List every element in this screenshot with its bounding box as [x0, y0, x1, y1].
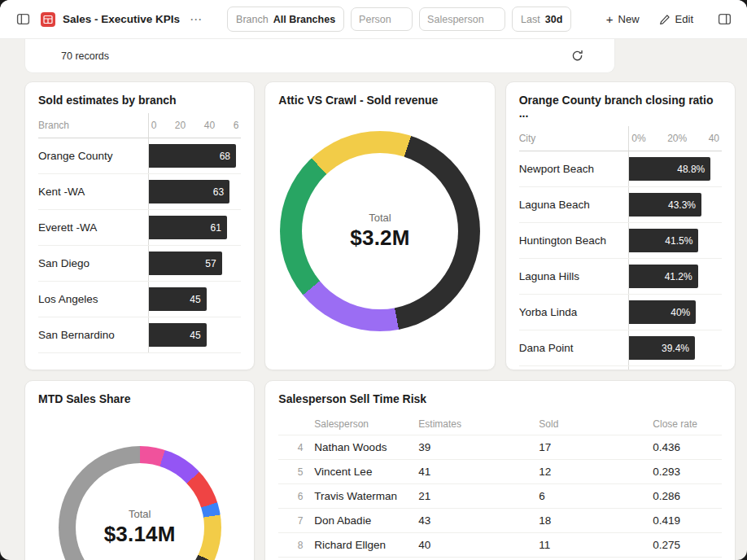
new-button-label: New	[618, 13, 640, 25]
bar-value: 43.3%	[668, 199, 701, 211]
bar: 48.8%	[629, 157, 710, 181]
bar-cell: 41.5%	[628, 223, 722, 258]
sidebar-toggle-button[interactable]	[11, 8, 34, 31]
more-button[interactable]: ⋯	[185, 8, 208, 31]
table-cell: 18	[539, 514, 653, 527]
person-input[interactable]	[351, 7, 413, 31]
bar-row: San Bernardino45	[38, 317, 241, 353]
table-row[interactable]: 4Nathan Woods39170.436	[278, 435, 722, 460]
row-number: 8	[278, 540, 314, 551]
table-cell: Nathan Woods	[314, 441, 418, 453]
card-title: Sold estimates by branch	[38, 94, 241, 107]
salesperson-table: SalespersonEstimatesSoldClose rate4Natha…	[278, 413, 722, 558]
donut-center-value: $3.2M	[350, 225, 409, 251]
column-header: City	[519, 133, 629, 144]
bar-cell: 61	[148, 210, 242, 245]
bar-row: Laguna Hills41.2%	[519, 259, 722, 295]
branch-filter[interactable]: Branch All Branches	[227, 7, 344, 32]
bar: 45	[149, 287, 207, 311]
top-bar: Sales - Executive KPIs ⋯ Branch All Bran…	[0, 0, 747, 39]
table-cell: 40	[418, 539, 539, 551]
bar-row: Everett -WA61	[38, 210, 241, 246]
refresh-button[interactable]	[571, 50, 583, 62]
refresh-icon	[571, 50, 583, 62]
salesperson-input[interactable]	[419, 7, 505, 31]
row-number: 7	[278, 515, 314, 527]
bar-cell: 45	[148, 317, 242, 352]
column-header: Salesperson	[314, 418, 418, 430]
branch-filter-label: Branch	[236, 14, 269, 25]
axis-tick: 6	[234, 120, 239, 131]
table-cell: 12	[539, 466, 653, 478]
axis-ticks: 020406	[148, 113, 242, 138]
donut-center-label: Total	[369, 212, 391, 224]
axis-tick: 20%	[667, 133, 687, 144]
header-actions: + New Edit	[606, 8, 736, 31]
bar-value: 61	[211, 222, 227, 234]
last-filter-label: Last	[521, 14, 540, 25]
bar-row: Laguna Beach43.3%	[519, 187, 722, 223]
bar-value: 41.5%	[665, 235, 698, 247]
table-cell: Don Abadie	[314, 514, 418, 527]
bar-row-label: Kent -WA	[38, 186, 148, 198]
right-panel-icon	[718, 12, 732, 26]
sidebar-collapse-icon	[16, 12, 30, 26]
card-title: MTD Sales Share	[38, 392, 241, 405]
axis-tick: 0	[151, 120, 157, 131]
card-sell-time-risk: Salesperson Sell Time Risk SalespersonEs…	[264, 380, 736, 560]
bar-cell: 57	[148, 246, 242, 281]
records-bar: 70 records	[24, 39, 615, 73]
branch-filter-value: All Branches	[273, 14, 335, 25]
last-filter[interactable]: Last 30d	[512, 7, 571, 32]
table-row[interactable]: 7Don Abadie43180.419	[278, 509, 722, 533]
axis-ticks: 0%20%40	[628, 126, 722, 151]
bar: 40%	[629, 300, 696, 324]
bar-value: 48.8%	[677, 164, 710, 175]
filter-bar: Branch All Branches Last 30d	[227, 7, 571, 32]
table-cell: 17	[539, 441, 653, 453]
table-cell: 21	[418, 490, 539, 502]
bar-table-header: City0%20%40	[519, 126, 722, 151]
bar-value: 68	[220, 151, 236, 162]
card-sold-estimates-by-branch: Sold estimates by branch Branch020406Ora…	[24, 81, 255, 370]
bar-value: 40%	[671, 307, 696, 318]
bar-row: Kent -WA63	[38, 174, 241, 210]
table-row[interactable]: 6Travis Waterman2160.286	[278, 484, 722, 509]
table-cell: Richard Ellgen	[314, 539, 418, 551]
table-cell: Travis Waterman	[314, 490, 418, 502]
bar-row: Huntington Beach41.5%	[519, 223, 722, 259]
last-filter-value: 30d	[545, 14, 563, 25]
app-icon	[41, 12, 55, 27]
axis-tick: 40	[204, 120, 215, 131]
donut-center: Total $3.2M	[302, 153, 458, 309]
table-row[interactable]: 5Vincent Lee41120.293	[278, 460, 722, 484]
new-button[interactable]: + New	[606, 13, 640, 25]
donut-center: Total $3.14M	[76, 463, 204, 560]
bar-cell: 48.8%	[628, 151, 722, 186]
axis-tick: 20	[175, 120, 186, 131]
bar-value: 57	[205, 258, 221, 269]
bar-value: 45	[190, 294, 206, 305]
edit-button[interactable]: Edit	[659, 13, 693, 25]
bar-row: Los Angeles45	[38, 282, 241, 317]
donut-center-value: $3.14M	[104, 522, 176, 547]
table-row[interactable]: 8Richard Ellgen40110.275	[278, 533, 722, 558]
table-cell: 0.275	[653, 539, 722, 551]
column-header: Estimates	[418, 418, 539, 430]
axis-tick: 0%	[631, 133, 645, 144]
plus-icon: +	[606, 13, 614, 25]
bar-row-label: San Bernardino	[38, 329, 148, 341]
bar-row: Orange County68	[38, 138, 241, 174]
bar-value: 41.2%	[665, 271, 698, 282]
bar-row-label: San Diego	[38, 257, 148, 269]
branch-bar-chart: Branch020406Orange County68Kent -WA63Eve…	[38, 113, 241, 353]
table-header-row: SalespersonEstimatesSoldClose rate	[278, 413, 722, 435]
card-title: Orange County branch closing ratio ...	[519, 94, 722, 120]
right-panel-toggle-button[interactable]	[713, 8, 736, 31]
table-cell: 39	[418, 441, 539, 453]
bar-cell: 68	[148, 138, 242, 173]
row-number: 5	[278, 466, 314, 478]
dashboard-grid: Sold estimates by branch Branch020406Ora…	[0, 73, 747, 560]
table-cell: 41	[418, 466, 539, 478]
axis-tick: 40	[709, 133, 719, 144]
